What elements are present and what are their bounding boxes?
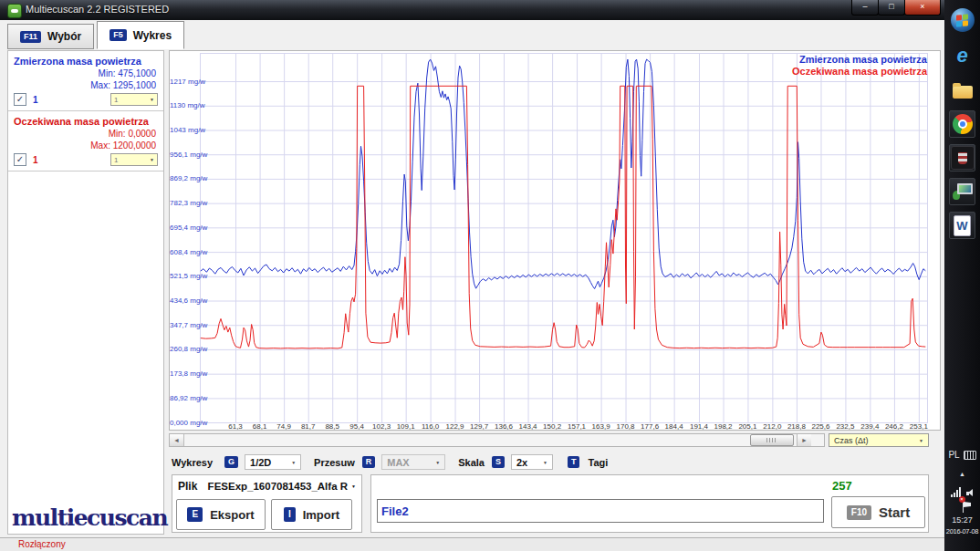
chart-panel[interactable]: Zmierzona masa powietrza Oczekiwana masa… [169,50,941,431]
clock-time[interactable]: 15:27 [944,515,980,525]
speaker-icon[interactable] [966,489,975,497]
x-tick-label: 232,5 [831,422,859,431]
tab-bar: F11 Wybór F5 Wykres [7,23,187,49]
maximize-button[interactable]: □ [878,0,905,16]
chart-horizontal-scrollbar[interactable]: ◄ ► [169,433,825,447]
series-expected [201,86,926,348]
x-tick-label: 68,1 [246,422,274,431]
scroll-left-icon[interactable]: ◄ [170,434,184,446]
skala-label: Skala [458,457,485,468]
chevron-down-icon: ▼ [150,97,154,102]
folder-icon [953,86,973,99]
network-signal-icon[interactable] [951,487,961,497]
tab-wybor[interactable]: F11 Wybór [7,24,94,49]
clock-date[interactable]: 2016-07-08 [944,527,980,535]
x-tick-label: 143,4 [515,422,542,431]
status-bar: Rozłączony [0,537,944,551]
x-tick-label: 163,9 [588,422,615,431]
x-tick-label: 61,3 [222,422,249,431]
word-icon[interactable]: W [949,212,975,239]
eksport-button[interactable]: E Eksport [176,499,266,530]
y-tick-label: 695,4 mg/w [170,224,197,232]
x-tick-label: 239,4 [856,422,883,431]
chevron-down-icon: ▼ [351,483,356,489]
y-tick-label: 1130 mg/w [170,101,197,109]
x-tick-label: 191,4 [685,422,713,431]
param-panel-measured: Zmierzona masa powietrza Min: 475,1000 M… [8,51,163,111]
chevron-down-icon: ▼ [291,460,296,465]
param-min: Min: 475,1000 [8,68,163,79]
remote-desktop-icon[interactable] [949,178,975,205]
connection-status: Rozłączony [18,539,66,549]
x-tick-label: 102,3 [368,422,395,431]
tab-wykres[interactable]: F5 Wykres [97,21,184,49]
tab-wybor-label: Wybór [47,30,81,43]
x-tick-label: 81,7 [295,422,322,431]
chevron-down-icon: ▼ [919,438,923,443]
i-key-badge: I [284,507,296,522]
channel-label: 1 [33,95,38,105]
record-counter: 257 [832,479,852,493]
y-tick-label: 86,92 mg/w [170,394,197,402]
channel-combo[interactable]: 1 ▼ [110,93,158,106]
x-tick-label: 184,4 [661,422,688,431]
x-tick-label: 170,8 [612,422,640,431]
przesuw-label: Przesuw [314,457,355,468]
channel-combo[interactable]: 1 ▼ [110,153,158,166]
y-tick-label: 173,8 mg/w [170,369,197,378]
x-tick-label: 122,9 [442,422,469,431]
chrome-icon[interactable] [949,110,975,138]
internet-explorer-icon[interactable]: e [949,42,975,69]
file-explorer-icon[interactable] [949,77,975,104]
app-window: Multiecuscan 2.2 REGISTERED – □ × F11 Wy… [0,0,944,551]
chart-legend: Zmierzona masa powietrza Oczekiwana masa… [792,54,927,78]
skala-combo[interactable]: 2x ▼ [511,454,553,470]
param-checkbox[interactable]: ✓ [14,153,26,166]
filename-input[interactable] [377,499,824,523]
x-tick-label: 177,6 [636,422,663,431]
start-button-orb[interactable] [949,6,975,34]
language-indicator[interactable]: PL [944,450,980,460]
scrollbar-thumb[interactable] [750,434,794,446]
x-tick-label: 218,8 [783,422,810,431]
file-combo[interactable]: FESExp_1607081453_Alfa R ▼ [208,481,356,492]
wykresy-combo[interactable]: 1/2D ▼ [245,454,301,470]
wykresy-label: Wykresy [172,457,213,468]
x-tick-label: 246,2 [881,422,908,431]
scroll-right-icon[interactable]: ► [797,434,811,446]
import-button[interactable]: I Import [271,499,352,530]
y-tick-label: 434,6 mg/w [170,296,197,305]
dark-app-icon[interactable] [949,144,975,172]
x-tick-label: 253,1 [905,422,933,431]
screen: Multiecuscan 2.2 REGISTERED – □ × F11 Wy… [0,0,980,551]
x-tick-label: 95,4 [343,422,370,431]
legend-expected: Oczekiwana masa powietrza [792,66,927,78]
param-checkbox[interactable]: ✓ [14,93,26,106]
close-button[interactable]: × [904,0,941,16]
param-max: Max: 1295,1000 [8,79,163,91]
x-tick-label: 129,7 [465,422,493,431]
title-bar: Multiecuscan 2.2 REGISTERED – □ × [0,0,944,20]
x-tick-label: 74,9 [270,422,297,431]
x-tick-label: 205,1 [734,422,761,431]
minimize-button[interactable]: – [851,0,879,16]
x-tick-label: 225,6 [807,422,834,431]
action-center-icon[interactable]: × [944,502,980,515]
x-tick-label: 157,1 [563,422,590,431]
x-axis-combo[interactable]: Czas (Δt) ▼ [829,433,929,447]
start-button[interactable]: F10 Start [831,496,925,528]
y-tick-label: 1043 mg/w [170,126,197,134]
tab-wykres-label: Wykres [133,29,172,42]
plik-label: Plik [178,480,197,493]
show-hidden-icons[interactable]: ▲ [944,471,980,477]
y-tick-label: 0,000 mg/w [170,419,197,427]
x-tick-label: 136,6 [490,422,517,431]
chevron-down-icon: ▼ [435,460,440,465]
y-tick-label: 521,5 mg/w [170,272,197,280]
chart-plot[interactable] [200,53,928,423]
param-panel-expected: Oczekiwana masa powietrza Min: 0,0000 Ma… [8,111,163,172]
y-tick-label: 608,4 mg/w [170,248,197,256]
x-tick-label: 109,1 [392,422,420,431]
window-title: Multiecuscan 2.2 REGISTERED [26,4,169,15]
parameter-sidebar: Zmierzona masa powietrza Min: 475,1000 M… [7,50,164,535]
